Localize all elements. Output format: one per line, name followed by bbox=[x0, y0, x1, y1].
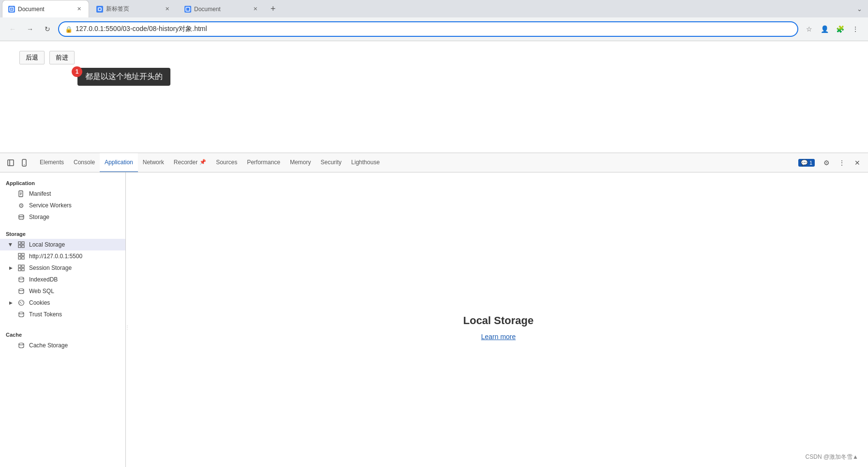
sidebar-item-local-storage[interactable]: ▶ Local Storage bbox=[0, 239, 125, 250]
local-storage-url-grid-icon bbox=[17, 252, 25, 260]
back-page-button[interactable]: 后退 bbox=[19, 51, 45, 64]
address-bar-input-wrap[interactable]: 🔒 bbox=[58, 21, 798, 37]
devtools-toolbar-icons: 💬 1 ⚙ ⋮ ✕ bbox=[798, 156, 864, 170]
new-tab-button[interactable]: + bbox=[266, 2, 280, 16]
tab-document-3[interactable]: Document ✕ bbox=[178, 0, 265, 17]
reload-button[interactable]: ↻ bbox=[41, 22, 54, 36]
learn-more-link[interactable]: Learn more bbox=[481, 333, 516, 341]
sidebar-item-cookies[interactable]: ▶ Cookies bbox=[0, 297, 125, 309]
tab-close-1[interactable]: ✕ bbox=[75, 5, 83, 13]
sidebar-session-storage-label: Session Storage bbox=[29, 265, 120, 271]
session-storage-grid-icon bbox=[17, 264, 25, 272]
cookies-icon bbox=[17, 299, 25, 307]
cache-storage-icon bbox=[17, 342, 25, 349]
badge-count: 1 bbox=[809, 160, 812, 166]
tab-new-tab[interactable]: 新标签页 ✕ bbox=[90, 0, 177, 17]
tab-title-3: Document bbox=[194, 6, 248, 13]
tab-memory[interactable]: Memory bbox=[285, 153, 316, 172]
tab-document-1[interactable]: Document ✕ bbox=[2, 0, 89, 17]
sidebar-item-trust-tokens[interactable]: Trust Tokens bbox=[0, 309, 125, 320]
recorder-pin-icon: 📌 bbox=[199, 159, 206, 165]
expand-spacer-4 bbox=[8, 277, 14, 282]
devtools-more-dots-icon[interactable]: ⋮ bbox=[835, 156, 849, 170]
devtools-body: Application Manifest ⚙ Service Workers S… bbox=[0, 172, 868, 467]
profile-icon[interactable]: 👤 bbox=[818, 22, 831, 36]
tooltip-badge: 1 bbox=[72, 66, 82, 77]
extension-icon[interactable]: 🧩 bbox=[833, 22, 847, 36]
svg-rect-22 bbox=[22, 257, 24, 259]
cookies-expand-icon[interactable]: ▶ bbox=[8, 300, 14, 306]
sidebar-cookies-label: Cookies bbox=[29, 299, 120, 306]
forward-page-button[interactable]: 前进 bbox=[49, 51, 75, 64]
sidebar-item-indexeddb[interactable]: IndexedDB bbox=[0, 274, 125, 285]
sidebar-item-manifest[interactable]: Manifest bbox=[0, 188, 125, 200]
svg-rect-20 bbox=[22, 253, 24, 256]
tab-recorder[interactable]: Recorder 📌 bbox=[169, 153, 211, 172]
svg-point-30 bbox=[20, 302, 21, 303]
svg-rect-18 bbox=[22, 245, 24, 248]
tab-application[interactable]: Application bbox=[100, 153, 138, 172]
browser-chrome: Document ✕ 新标签页 ✕ Document ✕ + ⌄ ← → ↻ bbox=[0, 0, 868, 41]
tab-console[interactable]: Console bbox=[69, 153, 100, 172]
badge-area: 💬 1 bbox=[798, 159, 815, 167]
devtools-close-icon[interactable]: ✕ bbox=[851, 156, 864, 170]
sidebar-item-local-storage-url[interactable]: http://127.0.0.1:5500 bbox=[0, 250, 125, 262]
svg-point-8 bbox=[24, 164, 25, 165]
svg-rect-17 bbox=[18, 245, 21, 248]
sidebar-item-session-storage[interactable]: ▶ Session Storage bbox=[0, 262, 125, 274]
svg-rect-7 bbox=[22, 159, 26, 166]
sidebar-item-storage-top[interactable]: Storage bbox=[0, 211, 125, 223]
web-sql-icon bbox=[17, 287, 25, 295]
expand-spacer-7 bbox=[8, 342, 14, 348]
bookmark-icon[interactable]: ☆ bbox=[802, 22, 816, 36]
sidebar-trust-tokens-label: Trust Tokens bbox=[29, 311, 120, 318]
tab-close-2[interactable]: ✕ bbox=[163, 5, 171, 13]
svg-rect-23 bbox=[18, 265, 21, 267]
svg-rect-26 bbox=[22, 268, 24, 271]
tooltip-bubble: 都是以这个地址开头的 bbox=[77, 68, 170, 86]
sidebar-cache-storage-label: Cache Storage bbox=[29, 342, 120, 349]
tab-security[interactable]: Security bbox=[316, 153, 346, 172]
sidebar-divider-2 bbox=[0, 322, 125, 326]
tab-title-1: Document bbox=[18, 6, 72, 13]
more-options-icon[interactable]: ⋮ bbox=[849, 22, 862, 36]
sidebar-item-cache-storage[interactable]: Cache Storage bbox=[0, 340, 125, 351]
tab-favicon-1 bbox=[8, 6, 15, 13]
tab-sources[interactable]: Sources bbox=[211, 153, 242, 172]
devtools-device-icon[interactable] bbox=[17, 156, 31, 170]
svg-rect-4 bbox=[186, 7, 190, 11]
devtools-inspect-icon[interactable] bbox=[4, 156, 17, 170]
lock-icon: 🔒 bbox=[65, 26, 73, 33]
tab-close-3[interactable]: ✕ bbox=[251, 5, 259, 13]
sidebar-service-workers-label: Service Workers bbox=[29, 202, 120, 209]
expand-spacer bbox=[8, 191, 14, 197]
svg-rect-0 bbox=[10, 7, 14, 11]
devtools-settings-icon[interactable]: ⚙ bbox=[820, 156, 833, 170]
svg-rect-15 bbox=[18, 242, 21, 244]
tab-lighthouse[interactable]: Lighthouse bbox=[347, 153, 385, 172]
svg-rect-16 bbox=[22, 242, 24, 244]
tab-elements[interactable]: Elements bbox=[35, 153, 69, 172]
back-button[interactable]: ← bbox=[6, 22, 19, 36]
devtools-panel: Elements Console Application Network Rec… bbox=[0, 153, 868, 467]
expand-spacer-2 bbox=[8, 202, 14, 208]
sidebar-item-web-sql[interactable]: Web SQL bbox=[0, 285, 125, 297]
sidebar-section-cache: Cache bbox=[0, 328, 125, 340]
svg-point-32 bbox=[21, 303, 22, 304]
svg-rect-5 bbox=[8, 160, 14, 166]
tab-favicon-3 bbox=[184, 6, 191, 13]
session-storage-expand-icon[interactable]: ▶ bbox=[8, 265, 14, 271]
svg-point-27 bbox=[19, 277, 24, 279]
minimize-icon[interactable]: ⌄ bbox=[853, 3, 866, 15]
sidebar-item-service-workers[interactable]: ⚙ Service Workers bbox=[0, 200, 125, 211]
sidebar-indexeddb-label: IndexedDB bbox=[29, 276, 120, 283]
watermark: CSDN @激加冬雪▲ bbox=[806, 453, 858, 461]
tab-network[interactable]: Network bbox=[138, 153, 169, 172]
sidebar-section-application: Application bbox=[0, 176, 125, 188]
address-input[interactable] bbox=[76, 25, 792, 33]
tab-performance[interactable]: Performance bbox=[242, 153, 285, 172]
sidebar-divider-1 bbox=[0, 225, 125, 225]
local-storage-expand-icon[interactable]: ▶ bbox=[8, 242, 14, 248]
forward-button[interactable]: → bbox=[23, 22, 37, 36]
devtools-sidebar: Application Manifest ⚙ Service Workers S… bbox=[0, 172, 126, 467]
